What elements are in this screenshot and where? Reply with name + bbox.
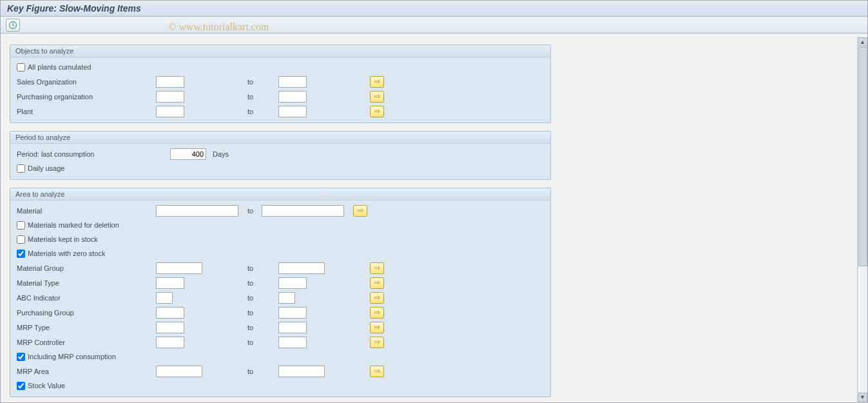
page-title: Key Figure: Slow-Moving Items xyxy=(7,3,141,14)
abc-indicator-label: ABC Indicator xyxy=(15,294,156,302)
app-window: Key Figure: Slow-Moving Items © www.tuto… xyxy=(0,0,868,403)
scroll-thumb[interactable] xyxy=(858,47,867,266)
arrow-right-icon: ⇨ xyxy=(374,324,380,331)
materials-marked-deletion-checkbox[interactable] xyxy=(17,221,25,230)
to-label: to xyxy=(247,108,278,115)
purch-org-multiselect-button[interactable]: ⇨ xyxy=(370,91,384,103)
arrow-right-icon: ⇨ xyxy=(374,93,380,100)
title-bar: Key Figure: Slow-Moving Items xyxy=(1,1,867,17)
mrp-type-from-input[interactable] xyxy=(156,322,184,333)
material-group-multiselect-button[interactable]: ⇨ xyxy=(370,262,384,274)
abc-indicator-to-input[interactable] xyxy=(278,292,295,304)
material-group-to-input[interactable] xyxy=(278,262,325,274)
arrow-right-icon: ⇨ xyxy=(374,294,380,301)
mrp-area-from-input[interactable] xyxy=(156,366,202,377)
to-label: to xyxy=(247,309,278,317)
purchasing-group-to-input[interactable] xyxy=(278,307,307,319)
to-label: to xyxy=(247,368,278,375)
scroll-down-button[interactable]: ▼ xyxy=(858,393,867,402)
sales-org-from-input[interactable] xyxy=(156,76,184,88)
material-type-from-input[interactable] xyxy=(156,277,184,289)
clock-execute-icon xyxy=(8,21,17,30)
sales-org-to-input[interactable] xyxy=(278,76,307,88)
group-objects-to-analyze: Objects to analyze All plants cumulated … xyxy=(10,44,551,123)
plant-multiselect-button[interactable]: ⇨ xyxy=(370,106,384,117)
including-mrp-consumption-label: Including MRP consumption xyxy=(28,353,116,360)
materials-zero-stock-label: Materials with zero stock xyxy=(28,250,105,257)
to-label: to xyxy=(247,279,278,287)
mrp-controller-multiselect-button[interactable]: ⇨ xyxy=(370,337,384,348)
group-title-period: Period to analyze xyxy=(10,132,550,144)
period-value-input[interactable] xyxy=(170,148,206,160)
including-mrp-consumption-checkbox[interactable] xyxy=(17,353,25,361)
to-label: to xyxy=(247,339,278,346)
to-label: to xyxy=(247,93,278,101)
mrp-controller-label: MRP Controller xyxy=(15,339,156,346)
arrow-right-icon: ⇨ xyxy=(358,207,363,214)
materials-zero-stock-checkbox[interactable] xyxy=(17,250,25,258)
mrp-controller-from-input[interactable] xyxy=(156,337,184,348)
mrp-type-to-input[interactable] xyxy=(278,322,307,333)
mrp-area-to-input[interactable] xyxy=(278,366,325,377)
group-period-to-analyze: Period to analyze Period: last consumpti… xyxy=(10,131,551,180)
material-type-multiselect-button[interactable]: ⇨ xyxy=(370,277,384,289)
material-group-label: Material Group xyxy=(15,264,156,272)
material-type-to-input[interactable] xyxy=(278,277,307,289)
purchasing-group-multiselect-button[interactable]: ⇨ xyxy=(370,307,384,319)
material-group-from-input[interactable] xyxy=(156,262,202,274)
materials-marked-deletion-label: Materials marked for deletion xyxy=(28,221,119,229)
mrp-area-label: MRP Area xyxy=(15,368,156,375)
purchasing-group-label: Purchasing Group xyxy=(15,309,156,317)
arrow-right-icon: ⇨ xyxy=(374,309,380,316)
group-title-area: Area to analyze xyxy=(10,188,550,201)
material-multiselect-button[interactable]: ⇨ xyxy=(353,205,367,217)
plant-label: Plant xyxy=(15,108,156,115)
material-label: Material xyxy=(15,207,156,215)
purch-org-label: Purchasing organization xyxy=(15,93,156,101)
scroll-up-button[interactable]: ▲ xyxy=(858,37,867,46)
purch-org-from-input[interactable] xyxy=(156,91,184,103)
arrow-right-icon: ⇨ xyxy=(374,279,380,286)
toolbar xyxy=(1,17,867,34)
vertical-scrollbar[interactable]: ▲ ▼ xyxy=(857,37,867,402)
mrp-type-label: MRP Type xyxy=(15,324,156,331)
abc-indicator-from-input[interactable] xyxy=(156,292,173,304)
arrow-right-icon: ⇨ xyxy=(374,339,380,346)
to-label: to xyxy=(247,207,262,215)
mrp-area-multiselect-button[interactable]: ⇨ xyxy=(370,366,384,377)
purchasing-group-from-input[interactable] xyxy=(156,307,184,319)
purch-org-to-input[interactable] xyxy=(278,91,307,103)
all-plants-cumulated-label: All plants cumulated xyxy=(28,63,91,71)
stock-value-checkbox[interactable] xyxy=(17,382,25,390)
content-area: Objects to analyze All plants cumulated … xyxy=(1,37,867,402)
materials-kept-stock-checkbox[interactable] xyxy=(17,235,25,244)
plant-from-input[interactable] xyxy=(156,106,184,117)
period-last-consumption-label: Period: last consumption xyxy=(15,150,170,158)
materials-kept-stock-label: Materials kept in stock xyxy=(28,235,98,243)
daily-usage-label: Daily usage xyxy=(28,164,64,172)
days-unit-label: Days xyxy=(213,150,229,158)
abc-indicator-multiselect-button[interactable]: ⇨ xyxy=(370,292,384,304)
material-type-label: Material Type xyxy=(15,279,156,287)
mrp-controller-to-input[interactable] xyxy=(278,337,307,348)
arrow-right-icon: ⇨ xyxy=(374,78,380,85)
plant-to-input[interactable] xyxy=(278,106,307,117)
material-from-input[interactable] xyxy=(156,205,238,217)
material-to-input[interactable] xyxy=(262,205,344,217)
form-area: Objects to analyze All plants cumulated … xyxy=(1,37,556,402)
sales-org-multiselect-button[interactable]: ⇨ xyxy=(370,76,384,88)
stock-value-label: Stock Value xyxy=(28,382,65,389)
to-label: to xyxy=(247,264,278,272)
scroll-track[interactable] xyxy=(858,47,867,392)
sales-org-label: Sales Organization xyxy=(15,78,156,86)
all-plants-cumulated-checkbox[interactable] xyxy=(17,63,25,72)
daily-usage-checkbox[interactable] xyxy=(17,164,25,173)
mrp-type-multiselect-button[interactable]: ⇨ xyxy=(370,322,384,333)
arrow-right-icon: ⇨ xyxy=(374,368,380,375)
to-label: to xyxy=(247,294,278,302)
arrow-right-icon: ⇨ xyxy=(374,108,380,115)
arrow-right-icon: ⇨ xyxy=(374,264,380,271)
execute-button[interactable] xyxy=(6,19,20,32)
group-area-to-analyze: Area to analyze Material to ⇨ Materials … xyxy=(10,188,551,397)
group-title-objects: Objects to analyze xyxy=(10,45,550,57)
